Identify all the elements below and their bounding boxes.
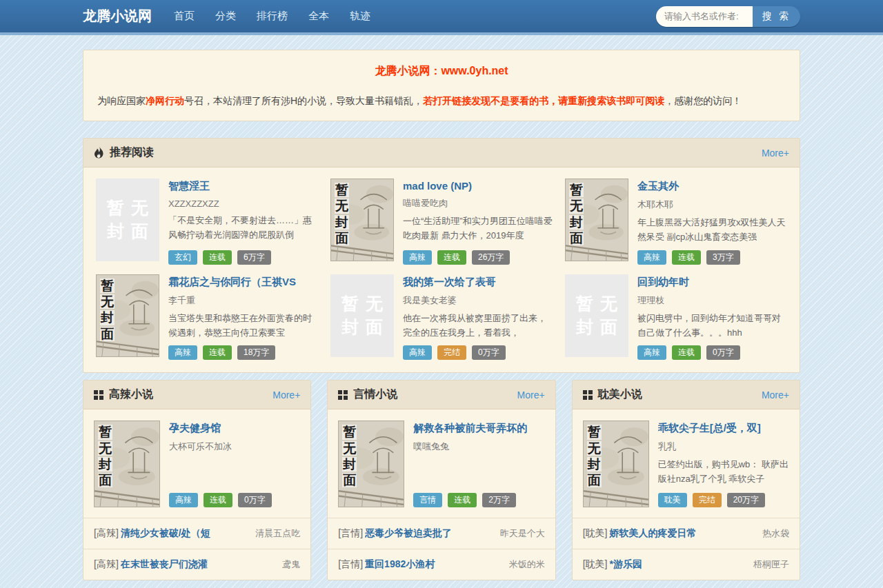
list-item-title-link[interactable]: 娇软美人的疼爱日常	[609, 527, 755, 540]
book-author: 木耶木耶	[637, 199, 787, 211]
tag-blue[interactable]: 高辣	[637, 345, 666, 360]
book-cover-image[interactable]: 暂无封面	[94, 420, 160, 507]
book-title-link[interactable]: mad love (NP)	[403, 180, 553, 192]
tag-green[interactable]: 连载	[672, 345, 701, 360]
book-info: mad love (NP)喵喵爱吃肉一位“生活助理”和实力男团五位喵喵爱吃肉最新…	[403, 179, 553, 265]
book-card: 暂无封面霜花店之与你同行（王祺VS李千重当宝塔失里和恭愍王在外面赏春的时候遇刺，…	[96, 274, 318, 361]
list-item-title-link[interactable]: 重回1982小渔村	[365, 558, 502, 571]
book-title-link[interactable]: 乖软尖子生[总/受，双]	[658, 422, 789, 435]
book-title-link[interactable]: 我的第一次给了表哥	[403, 276, 553, 289]
tag-gray[interactable]: 3万字	[706, 250, 740, 265]
book-tags: 耽美完结20万字	[658, 487, 789, 507]
cover-placeholder-char: 暂	[569, 183, 584, 197]
grid-icon-cell	[99, 396, 103, 400]
notice-body: 为响应国家净网行动号召，本站清理了所有涉H的小说，导致大量书籍错乱，若打开链接发…	[97, 92, 786, 110]
book-info: 我的第一次给了表哥我是美女老婆他在一次将我从被窝里面捞了出来，完全的压在我身上，…	[403, 274, 553, 361]
more-link[interactable]: More+	[762, 389, 789, 401]
book-cover-image[interactable]: 暂无封面	[330, 179, 394, 261]
book-cover-image[interactable]: 暂无封面	[96, 274, 159, 357]
tag-gray[interactable]: 2万字	[482, 493, 516, 507]
cover-placeholder-char: 面	[100, 327, 115, 341]
tag-orange[interactable]: 完结	[437, 345, 466, 360]
more-link[interactable]: More+	[517, 389, 545, 401]
list-item-title-link[interactable]: 恶毒少爷被迫卖批了	[365, 527, 493, 540]
recommended-grid: 暂无封面智慧淫王XZZXZZXZZ「不是安全期，不要射进去……」惠风畅拧动着光润…	[83, 168, 800, 372]
tag-blue[interactable]: 高辣	[637, 250, 666, 265]
book-card: 暂无封面回到幼年时理理枝被闪电劈中，回到幼年才知道哥哥对自己做了什么事。。。hh…	[565, 274, 787, 361]
tag-blue[interactable]: 耽美	[658, 493, 687, 507]
tag-green[interactable]: 连载	[203, 250, 232, 265]
book-author: 我是美女老婆	[403, 294, 553, 307]
book-cover-placeholder[interactable]: 暂无封面	[565, 274, 628, 357]
list-item: [高辣]清纯少女被破/处（短清晨五点吃	[83, 518, 310, 549]
book-card: 暂无封面孕夫健身馆大杯可乐不加冰高辣连载0万字	[94, 420, 300, 507]
tag-orange[interactable]: 完结	[693, 493, 722, 507]
search-input[interactable]	[656, 6, 753, 27]
cover-placeholder-char: 面	[569, 231, 584, 245]
cover-placeholder-char: 无	[342, 441, 357, 456]
book-title-link[interactable]: 回到幼年时	[637, 276, 787, 289]
tag-green[interactable]: 连载	[672, 250, 701, 265]
book-cover-placeholder[interactable]: 暂无封面	[330, 274, 394, 357]
list-item-title-link[interactable]: 清纯少女被破/处（短	[121, 527, 249, 540]
site-logo[interactable]: 龙腾小说网	[83, 7, 152, 26]
tag-green[interactable]: 连载	[437, 250, 466, 265]
tag-blue[interactable]: 言情	[413, 493, 442, 507]
list-item-category: [高辣]	[94, 527, 119, 540]
grid-icon-cell	[94, 396, 98, 400]
more-link[interactable]: More+	[272, 389, 300, 401]
notice-text: ，感谢您的访问！	[664, 95, 742, 106]
book-cover-image[interactable]: 暂无封面	[565, 179, 628, 261]
search-bar: 搜 索	[656, 6, 800, 27]
book-title-link[interactable]: 孕夫健身馆	[169, 422, 300, 435]
tag-green[interactable]: 连载	[204, 493, 232, 507]
book-cover-placeholder[interactable]: 暂无封面	[96, 179, 159, 261]
book-title-link[interactable]: 智慧淫王	[168, 180, 318, 193]
cover-placeholder-char: 无	[569, 199, 584, 213]
nav-item[interactable]: 全本	[308, 10, 329, 21]
cover-placeholder-char: 暂	[98, 425, 112, 439]
tag-blue[interactable]: 高辣	[168, 345, 197, 360]
main-nav: 首页分类排行榜全本轨迹	[174, 10, 391, 23]
top-navbar: 龙腾小说网 首页分类排行榜全本轨迹 搜 索	[0, 0, 883, 35]
more-link[interactable]: More+	[762, 148, 789, 159]
cover-placeholder-text: 封面	[569, 316, 624, 339]
notice-title: 龙腾小说网：www.0yh.net	[97, 64, 786, 79]
list-item: [言情]重回1982小渔村米饭的米	[328, 549, 555, 580]
list-item: [耽美]娇软美人的疼爱日常热水袋	[573, 518, 800, 549]
cover-placeholder-char: 封	[569, 215, 584, 230]
list-item-title-link[interactable]: *游乐园	[609, 558, 746, 571]
nav-item[interactable]: 分类	[215, 10, 236, 21]
search-button[interactable]: 搜 索	[753, 6, 800, 27]
tag-gray[interactable]: 20万字	[727, 493, 765, 507]
tag-blue[interactable]: 高辣	[403, 250, 432, 265]
book-cover-image[interactable]: 暂无封面	[583, 420, 649, 507]
tag-green[interactable]: 连载	[448, 493, 477, 507]
category-header: 言情小说More+	[328, 381, 555, 409]
tag-blue[interactable]: 玄幻	[168, 250, 197, 265]
book-title-link[interactable]: 解救各种被前夫哥弄坏的	[413, 422, 544, 435]
list-item-author: 鸢鬼	[282, 558, 300, 571]
tag-gray[interactable]: 26万字	[472, 250, 510, 265]
list-item-title-link[interactable]: 在末世被丧尸们浇灌	[121, 558, 276, 571]
tag-gray[interactable]: 18万字	[237, 345, 275, 360]
tag-gray[interactable]: 6万字	[237, 250, 271, 265]
tag-gray[interactable]: 0万字	[238, 493, 272, 507]
tag-green[interactable]: 连载	[203, 345, 232, 360]
recommended-header: 推荐阅读 More+	[83, 139, 800, 168]
book-author: 李千重	[168, 294, 318, 307]
book-title-link[interactable]: 金玉其外	[637, 180, 787, 193]
book-cover-image[interactable]: 暂无封面	[338, 420, 404, 507]
grid-icon-cell	[94, 390, 98, 394]
nav-item[interactable]: 排行榜	[257, 10, 288, 21]
list-item: [言情]恶毒少爷被迫卖批了昨天是个大	[328, 518, 555, 549]
nav-item[interactable]: 首页	[174, 10, 195, 21]
tag-gray[interactable]: 0万字	[472, 345, 506, 360]
tag-blue[interactable]: 高辣	[169, 493, 198, 507]
nav-item[interactable]: 轨迹	[350, 10, 370, 21]
tag-gray[interactable]: 0万字	[706, 345, 740, 360]
tag-blue[interactable]: 高辣	[403, 345, 432, 360]
book-title-link[interactable]: 霜花店之与你同行（王祺VS	[168, 276, 318, 289]
grid-icon-cell	[588, 396, 593, 400]
book-author: 噗嗤兔兔	[413, 440, 544, 453]
